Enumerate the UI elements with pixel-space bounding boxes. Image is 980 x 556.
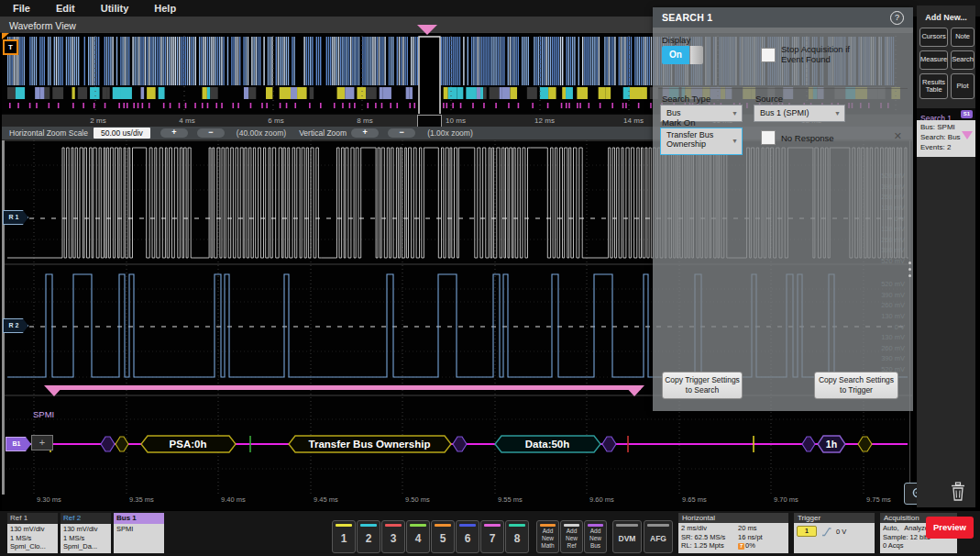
h-zoom-scale-label: Horizontal Zoom Scale bbox=[9, 128, 88, 138]
channel-5-label: 5 bbox=[432, 532, 454, 545]
search-config-panel: SEARCH 1 ? Display On Stop Acquisition i… bbox=[653, 7, 913, 411]
channel-8-label: 8 bbox=[506, 532, 528, 545]
search-event-marker-left[interactable] bbox=[44, 385, 64, 396]
channel-4-button[interactable]: 4 bbox=[406, 520, 430, 553]
afg-label: AFG bbox=[644, 534, 672, 543]
channel-3-button[interactable]: 3 bbox=[381, 520, 405, 553]
horizontal-title: Horizontal bbox=[678, 513, 788, 523]
ref2-badge[interactable]: Ref 2 130 mV/div 1 MS/s Spmi_Da... bbox=[61, 513, 111, 551]
add-results-table-button[interactable]: Results Table bbox=[919, 73, 948, 99]
source-label: Source bbox=[755, 94, 783, 104]
mark-on-value: Transfer Bus Ownership bbox=[666, 130, 723, 150]
add-note-button[interactable]: Note bbox=[951, 28, 974, 47]
search-result-card[interactable]: Search 1 S1 Bus: SPMI Search: Bus Events… bbox=[917, 108, 975, 157]
add-measure-button[interactable]: Measure bbox=[919, 50, 948, 70]
search-badge: S1 bbox=[961, 110, 973, 118]
horizontal-badge[interactable]: Horizontal 2 ms/div20 ms SR: 62.5 MS/s16… bbox=[678, 513, 788, 551]
dvm-button[interactable]: DVM bbox=[612, 520, 642, 553]
add-cursors-button[interactable]: Cursors bbox=[919, 28, 948, 47]
mark-on-dropdown[interactable]: Transfer Bus Ownership ▼ bbox=[660, 128, 743, 155]
bus-packet-data-label: Data:50h bbox=[525, 439, 570, 450]
v-zoom-minus-button[interactable]: − bbox=[388, 128, 415, 138]
bottom-toolbar: Ref 1 130 mV/div 1 MS/s Spmi_Clo... Ref … bbox=[0, 510, 980, 556]
stop-acquisition-label: Stop Acquisition if Event Found bbox=[781, 44, 856, 65]
left-scroll-handle[interactable] bbox=[2, 140, 5, 495]
add-new-bus-button[interactable]: Add New Bus bbox=[584, 520, 607, 553]
add-search-button[interactable]: Search bbox=[951, 50, 974, 70]
panel-divider bbox=[658, 88, 908, 89]
delete-search-button[interactable] bbox=[950, 482, 966, 506]
panel-splitter-handle[interactable] bbox=[908, 258, 911, 281]
overview-zoom-window[interactable] bbox=[419, 37, 440, 115]
copy-search-to-trigger-button[interactable]: Copy Search Settings to Trigger bbox=[814, 372, 898, 399]
menu-utility[interactable]: Utility bbox=[88, 3, 142, 14]
add-plot-button[interactable]: Plot bbox=[951, 73, 974, 99]
h-recordlength: RL: 1.25 Mpts bbox=[681, 541, 738, 550]
h-zoom-minus-button[interactable]: − bbox=[197, 128, 225, 138]
preview-button[interactable]: Preview bbox=[926, 517, 974, 539]
add-new-title: Add New... bbox=[917, 13, 975, 22]
add-new-ref-button[interactable]: Add New Ref bbox=[560, 520, 583, 553]
bus-expand-button[interactable]: + bbox=[31, 435, 53, 450]
ref1-rate: 1 MS/s bbox=[10, 534, 55, 543]
ref1-scale: 130 mV/div bbox=[10, 525, 55, 534]
ref1-title: Ref 1 bbox=[7, 513, 58, 524]
zoom-window-marker-icon[interactable] bbox=[417, 25, 437, 35]
ref1-badge[interactable]: Ref 1 130 mV/div 1 MS/s Spmi_Clo... bbox=[7, 513, 58, 551]
bus1-badge[interactable]: Bus 1 SPMI bbox=[114, 513, 164, 551]
h-zoom-readout: (40.00x zoom) bbox=[237, 128, 286, 138]
channel-7-button[interactable]: 7 bbox=[480, 520, 504, 553]
trigger-position-badge[interactable]: T bbox=[3, 39, 18, 55]
ref2-rate: 1 MS/s bbox=[63, 534, 108, 543]
bus-name-label: SPMI bbox=[33, 409, 54, 419]
v-zoom-label: Vertical Zoom bbox=[299, 128, 347, 138]
trash-icon bbox=[950, 482, 966, 502]
close-icon[interactable]: ✕ bbox=[894, 130, 902, 142]
afg-button[interactable]: AFG bbox=[644, 520, 673, 553]
time-label: 9.50 ms bbox=[405, 495, 430, 504]
ruler-label: 8 ms bbox=[351, 117, 379, 125]
channel-6-button[interactable]: 6 bbox=[456, 520, 479, 553]
h-zoom-scale-value[interactable]: 50.00 us/div bbox=[94, 128, 150, 139]
v-zoom-plus-button[interactable]: + bbox=[351, 128, 379, 138]
ref2-title: Ref 2 bbox=[61, 513, 111, 524]
help-icon[interactable]: ? bbox=[890, 11, 904, 25]
channel-5-button[interactable]: 5 bbox=[431, 520, 455, 553]
channel-2-button[interactable]: 2 bbox=[357, 520, 380, 553]
add-ref-label: Add New Ref bbox=[561, 528, 582, 550]
search-card-line: Events: 2 bbox=[920, 142, 972, 152]
no-response-checkbox[interactable] bbox=[761, 130, 776, 145]
menu-edit[interactable]: Edit bbox=[43, 3, 88, 14]
bus-packet-transfer-label: Transfer Bus Ownership bbox=[309, 439, 431, 450]
results-sidebar: Add New... Cursors Note Measure Search R… bbox=[917, 6, 975, 507]
chevron-down-icon: ▼ bbox=[732, 128, 738, 154]
h-position: 0% bbox=[745, 541, 755, 550]
display-label: Display bbox=[662, 35, 690, 45]
stop-acquisition-checkbox[interactable] bbox=[761, 48, 776, 62]
search-panel-titlebar[interactable]: SEARCH 1 ? bbox=[653, 7, 913, 28]
add-math-label: Add New Math bbox=[537, 528, 558, 550]
source-dropdown[interactable]: Bus 1 (SPMI) ▼ bbox=[754, 105, 845, 122]
v-zoom-readout: (1.00x zoom) bbox=[427, 128, 473, 138]
source-value: Bus 1 (SPMI) bbox=[760, 108, 809, 117]
trigger-badge[interactable]: Trigger 1 0 V bbox=[794, 513, 875, 551]
time-label: 9.75 ms bbox=[866, 495, 891, 504]
copy-trigger-to-search-button[interactable]: Copy Trigger Settings to Search bbox=[662, 372, 743, 399]
h-scale: 2 ms/div bbox=[681, 524, 738, 533]
h-zoom-plus-button[interactable]: + bbox=[160, 128, 188, 138]
channel-3-label: 3 bbox=[382, 532, 404, 545]
add-new-math-button[interactable]: Add New Math bbox=[536, 520, 559, 553]
time-label: 9.65 ms bbox=[682, 495, 707, 504]
menu-help[interactable]: Help bbox=[141, 3, 189, 14]
channel-4-label: 4 bbox=[407, 532, 429, 545]
time-label: 9.30 ms bbox=[37, 495, 61, 504]
zoom-time-axis: 9.30 ms 9.35 ms 9.40 ms 9.45 ms 9.50 ms … bbox=[2, 494, 912, 506]
menu-file[interactable]: File bbox=[0, 3, 43, 14]
display-on-toggle[interactable]: On bbox=[662, 46, 689, 64]
channel-8-button[interactable]: 8 bbox=[505, 520, 529, 553]
bus-tick-green bbox=[249, 436, 251, 452]
display-toggle-knob[interactable] bbox=[689, 46, 703, 64]
channel-1-button[interactable]: 1 bbox=[332, 520, 356, 553]
search-event-marker-right[interactable] bbox=[624, 385, 644, 396]
ruler-label: 12 ms bbox=[531, 117, 558, 125]
